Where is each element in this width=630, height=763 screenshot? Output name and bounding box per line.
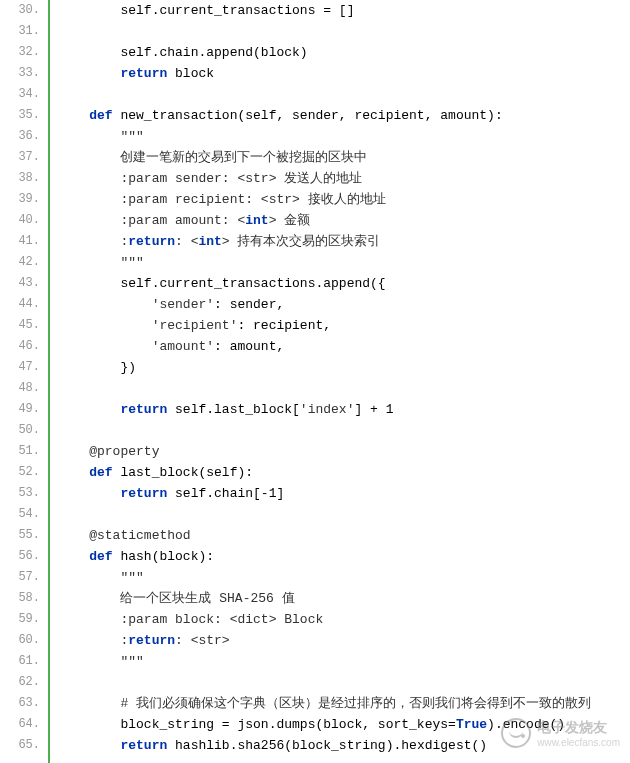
code-line: 给一个区块生成 SHA-256 值 bbox=[58, 588, 630, 609]
line-number: 65 bbox=[0, 735, 48, 756]
code-line: """ bbox=[58, 126, 630, 147]
code-token: : amount, bbox=[214, 339, 284, 354]
code-token: 'index' bbox=[300, 402, 355, 417]
code-line bbox=[58, 504, 630, 525]
code-area: self.current_transactions = [] self.chai… bbox=[50, 0, 630, 763]
line-number: 39 bbox=[0, 189, 48, 210]
code-line: :param sender: <str> 发送人的地址 bbox=[58, 168, 630, 189]
code-container: 3031323334353637383940414243444546474849… bbox=[0, 0, 630, 763]
code-line bbox=[58, 84, 630, 105]
watermark-main: 电子发烧友 bbox=[537, 719, 620, 737]
code-line: :param block: <dict> Block bbox=[58, 609, 630, 630]
code-token: : <str> bbox=[175, 633, 230, 648]
code-token: : < bbox=[175, 234, 198, 249]
code-line: @staticmethod bbox=[58, 525, 630, 546]
line-number: 32 bbox=[0, 42, 48, 63]
code-token: self.chain.append(block) bbox=[120, 45, 307, 60]
code-line: 创建一笔新的交易到下一个被挖掘的区块中 bbox=[58, 147, 630, 168]
code-line bbox=[58, 378, 630, 399]
code-token: def bbox=[89, 108, 112, 123]
code-token: 'recipient' bbox=[152, 318, 238, 333]
code-token: :param amount: < bbox=[120, 213, 245, 228]
line-number: 59 bbox=[0, 609, 48, 630]
line-number: 35 bbox=[0, 105, 48, 126]
line-number: 38 bbox=[0, 168, 48, 189]
code-line: return self.last_block['index'] + 1 bbox=[58, 399, 630, 420]
code-token: return bbox=[128, 234, 175, 249]
line-number: 37 bbox=[0, 147, 48, 168]
code-token: new_transaction(self, sender, recipient,… bbox=[113, 108, 503, 123]
code-token: return bbox=[120, 402, 167, 417]
line-number: 50 bbox=[0, 420, 48, 441]
code-token: > 持有本次交易的区块索引 bbox=[222, 234, 381, 249]
code-token: self.last_block[ bbox=[167, 402, 300, 417]
code-line: :return: <str> bbox=[58, 630, 630, 651]
code-line: :param amount: <int> 金额 bbox=[58, 210, 630, 231]
code-token: @property bbox=[89, 444, 159, 459]
code-line: def hash(block): bbox=[58, 546, 630, 567]
code-token: 'amount' bbox=[152, 339, 214, 354]
line-number: 43 bbox=[0, 273, 48, 294]
code-line bbox=[58, 420, 630, 441]
code-line: """ bbox=[58, 567, 630, 588]
line-number: 46 bbox=[0, 336, 48, 357]
code-line: 'recipient': recipient, bbox=[58, 315, 630, 336]
code-line: self.current_transactions = [] bbox=[58, 0, 630, 21]
line-number: 57 bbox=[0, 567, 48, 588]
line-number: 61 bbox=[0, 651, 48, 672]
code-token: self.chain[-1] bbox=[167, 486, 284, 501]
code-line: return self.chain[-1] bbox=[58, 483, 630, 504]
code-token: return bbox=[128, 633, 175, 648]
line-number: 44 bbox=[0, 294, 48, 315]
code-line: @property bbox=[58, 441, 630, 462]
line-number: 56 bbox=[0, 546, 48, 567]
code-token: return bbox=[120, 66, 167, 81]
line-number: 60 bbox=[0, 630, 48, 651]
code-token: :param recipient: <str> 接收人的地址 bbox=[120, 192, 385, 207]
code-token: : sender, bbox=[214, 297, 284, 312]
code-line bbox=[58, 672, 630, 693]
code-token: block_string = json.dumps(block, sort_ke… bbox=[120, 717, 455, 732]
line-number: 30 bbox=[0, 0, 48, 21]
line-number: 55 bbox=[0, 525, 48, 546]
code-line: self.chain.append(block) bbox=[58, 42, 630, 63]
line-number: 33 bbox=[0, 63, 48, 84]
code-token: """ bbox=[120, 129, 143, 144]
line-number: 58 bbox=[0, 588, 48, 609]
code-token: 创建一笔新的交易到下一个被挖掘的区块中 bbox=[120, 150, 367, 165]
code-token: int bbox=[198, 234, 221, 249]
code-token: int bbox=[245, 213, 268, 228]
code-token: self.current_transactions.append({ bbox=[120, 276, 385, 291]
watermark: 电子发烧友 www.elecfans.com bbox=[501, 718, 620, 748]
watermark-text: 电子发烧友 www.elecfans.com bbox=[537, 719, 620, 748]
code-token: 给一个区块生成 SHA-256 值 bbox=[120, 591, 294, 606]
line-number: 51 bbox=[0, 441, 48, 462]
line-number-gutter: 3031323334353637383940414243444546474849… bbox=[0, 0, 50, 763]
code-line: 'sender': sender, bbox=[58, 294, 630, 315]
code-line: def last_block(self): bbox=[58, 462, 630, 483]
line-number: 49 bbox=[0, 399, 48, 420]
code-token: : recipient, bbox=[237, 318, 331, 333]
code-token: """ bbox=[120, 570, 143, 585]
code-line: }) bbox=[58, 357, 630, 378]
code-token: last_block(self): bbox=[113, 465, 253, 480]
line-number: 64 bbox=[0, 714, 48, 735]
line-number: 42 bbox=[0, 252, 48, 273]
code-token: :param block: <dict> Block bbox=[120, 612, 323, 627]
line-number: 52 bbox=[0, 462, 48, 483]
code-token: block bbox=[167, 66, 214, 81]
code-line: self.current_transactions.append({ bbox=[58, 273, 630, 294]
code-token: # 我们必须确保这个字典（区块）是经过排序的，否则我们将会得到不一致的散列 bbox=[120, 696, 591, 711]
code-line: :return: <int> 持有本次交易的区块索引 bbox=[58, 231, 630, 252]
code-token: @staticmethod bbox=[89, 528, 190, 543]
code-token: return bbox=[120, 486, 167, 501]
code-line: """ bbox=[58, 651, 630, 672]
code-line: :param recipient: <str> 接收人的地址 bbox=[58, 189, 630, 210]
code-line: # 我们必须确保这个字典（区块）是经过排序的，否则我们将会得到不一致的散列 bbox=[58, 693, 630, 714]
code-token: ] + 1 bbox=[354, 402, 393, 417]
code-line: return block bbox=[58, 63, 630, 84]
line-number: 48 bbox=[0, 378, 48, 399]
code-token: self.current_transactions = [] bbox=[120, 3, 354, 18]
line-number: 45 bbox=[0, 315, 48, 336]
watermark-url: www.elecfans.com bbox=[537, 737, 620, 748]
